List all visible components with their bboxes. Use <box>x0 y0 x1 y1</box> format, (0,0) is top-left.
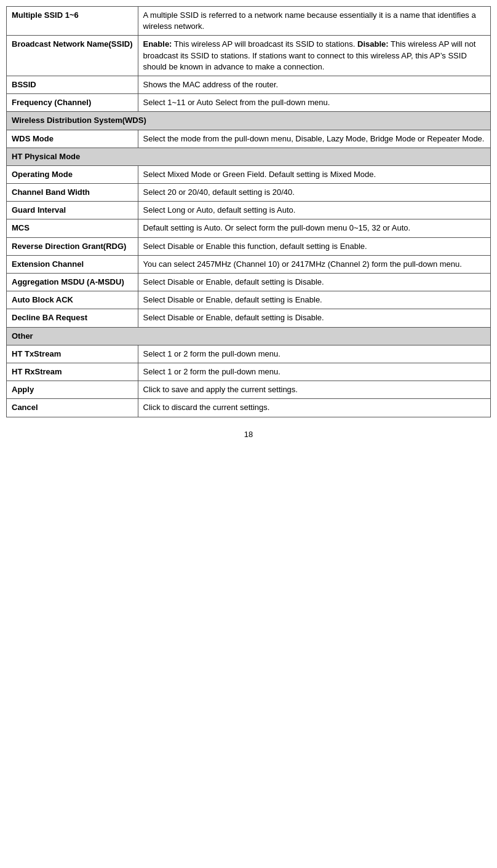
row-label-cell: Reverse Direction Grant(RDG) <box>7 237 138 255</box>
row-content-cell: Select Disable or Enable, default settin… <box>138 274 491 291</box>
row-content-cell: Select Disable or Enable, default settin… <box>138 309 491 327</box>
table-row: Auto Block ACKSelect Disable or Enable, … <box>7 291 491 309</box>
section-header-cell: Other <box>7 327 491 345</box>
row-content-cell: Shows the MAC address of the router. <box>138 76 491 93</box>
row-label-cell: HT RxStream <box>7 363 138 381</box>
row-content-cell: Select Long or Auto, default setting is … <box>138 202 491 219</box>
row-label-cell: Apply <box>7 381 138 399</box>
row-content-cell: Click to save and apply the current sett… <box>138 381 491 399</box>
table-row: HT RxStreamSelect 1 or 2 form the pull-d… <box>7 363 491 381</box>
row-content-cell: Select the mode from the pull-down menu,… <box>138 130 491 148</box>
table-row: Operating ModeSelect Mixed Mode or Green… <box>7 165 491 183</box>
row-content-cell: You can select 2457MHz (Channel 10) or 2… <box>138 255 491 273</box>
row-label-cell: Decline BA Request <box>7 309 138 327</box>
row-content-cell: Enable: This wireless AP will broadcast … <box>138 36 491 76</box>
table-row: CancelClick to discard the current setti… <box>7 399 491 417</box>
table-row: HT Physical Mode <box>7 148 491 165</box>
row-label-cell: Auto Block ACK <box>7 291 138 309</box>
row-label-cell: Broadcast Network Name(SSID) <box>7 36 138 76</box>
row-label-cell: WDS Mode <box>7 130 138 148</box>
row-content-cell: Select 1~11 or Auto Select from the pull… <box>138 94 491 112</box>
page-number: 18 <box>6 430 491 439</box>
row-label-cell: Extension Channel <box>7 255 138 273</box>
table-row: HT TxStreamSelect 1 or 2 form the pull-d… <box>7 345 491 363</box>
row-label-cell: Channel Band Width <box>7 184 138 202</box>
section-header-cell: Wireless Distribution System(WDS) <box>7 112 491 130</box>
row-content-cell: A multiple SSID is referred to a network… <box>138 7 491 36</box>
table-row: Reverse Direction Grant(RDG)Select Disab… <box>7 237 491 255</box>
row-label-cell: Operating Mode <box>7 165 138 183</box>
row-label-cell: HT TxStream <box>7 345 138 363</box>
row-label-cell: Cancel <box>7 399 138 417</box>
row-content-cell: Select Disable or Enable this function, … <box>138 237 491 255</box>
row-label-cell: Frequency (Channel) <box>7 94 138 112</box>
row-label-cell: Aggregation MSDU (A-MSDU) <box>7 274 138 291</box>
table-row: BSSIDShows the MAC address of the router… <box>7 76 491 93</box>
table-row: Aggregation MSDU (A-MSDU)Select Disable … <box>7 274 491 291</box>
row-content-cell: Click to discard the current settings. <box>138 399 491 417</box>
section-header-cell: HT Physical Mode <box>7 148 491 165</box>
table-row: WDS ModeSelect the mode from the pull-do… <box>7 130 491 148</box>
row-content-cell: Default setting is Auto. Or select form … <box>138 219 491 237</box>
table-row: Frequency (Channel)Select 1~11 or Auto S… <box>7 94 491 112</box>
row-content-cell: Select Disable or Enable, default settin… <box>138 291 491 309</box>
row-label-cell: BSSID <box>7 76 138 93</box>
table-row: Extension ChannelYou can select 2457MHz … <box>7 255 491 273</box>
row-content-cell: Select Mixed Mode or Green Field. Defaul… <box>138 165 491 183</box>
table-row: ApplyClick to save and apply the current… <box>7 381 491 399</box>
table-row: Other <box>7 327 491 345</box>
main-table: Multiple SSID 1~6A multiple SSID is refe… <box>6 6 491 417</box>
row-label-cell: MCS <box>7 219 138 237</box>
row-label-cell: Guard Interval <box>7 202 138 219</box>
table-row: MCSDefault setting is Auto. Or select fo… <box>7 219 491 237</box>
table-row: Multiple SSID 1~6A multiple SSID is refe… <box>7 7 491 36</box>
table-row: Guard IntervalSelect Long or Auto, defau… <box>7 202 491 219</box>
row-content-cell: Select 1 or 2 form the pull-down menu. <box>138 363 491 381</box>
row-content-cell: Select 20 or 20/40, default setting is 2… <box>138 184 491 202</box>
table-row: Broadcast Network Name(SSID)Enable: This… <box>7 36 491 76</box>
table-row: Decline BA RequestSelect Disable or Enab… <box>7 309 491 327</box>
table-row: Wireless Distribution System(WDS) <box>7 112 491 130</box>
table-row: Channel Band WidthSelect 20 or 20/40, de… <box>7 184 491 202</box>
row-content-cell: Select 1 or 2 form the pull-down menu. <box>138 345 491 363</box>
row-label-cell: Multiple SSID 1~6 <box>7 7 138 36</box>
